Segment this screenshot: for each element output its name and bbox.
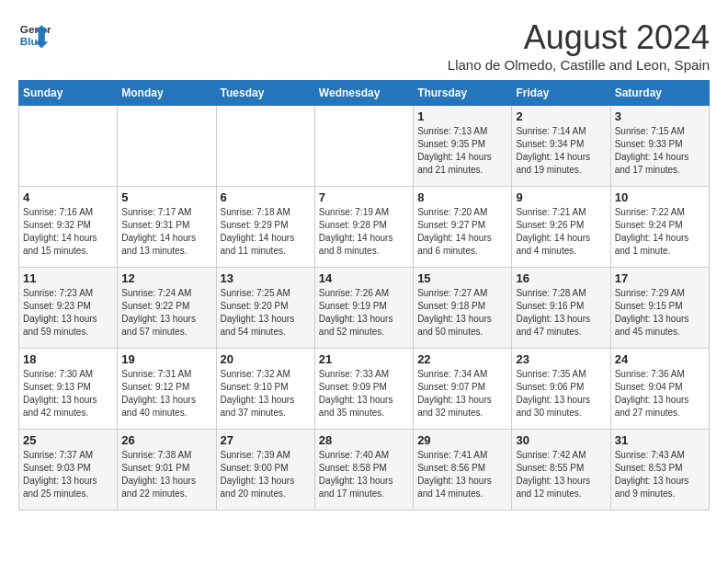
- day-number: 29: [417, 433, 507, 447]
- day-number: 13: [221, 271, 311, 285]
- header: General Blue August 2024 Llano de Olmedo…: [18, 18, 710, 73]
- calendar-week-4: 18Sunrise: 7:30 AM Sunset: 9:13 PM Dayli…: [19, 349, 710, 430]
- day-info: Sunrise: 7:17 AM Sunset: 9:31 PM Dayligh…: [121, 206, 211, 258]
- day-header-tuesday: Tuesday: [216, 81, 314, 106]
- day-number: 2: [516, 109, 606, 123]
- day-number: 16: [516, 271, 606, 285]
- days-header-row: SundayMondayTuesdayWednesdayThursdayFrid…: [19, 81, 710, 106]
- day-number: 9: [516, 190, 606, 204]
- day-info: Sunrise: 7:31 AM Sunset: 9:12 PM Dayligh…: [121, 368, 211, 419]
- day-number: 30: [516, 433, 606, 447]
- day-info: Sunrise: 7:30 AM Sunset: 9:13 PM Dayligh…: [23, 368, 113, 419]
- day-info: Sunrise: 7:26 AM Sunset: 9:19 PM Dayligh…: [319, 287, 409, 339]
- calendar-cell: [118, 106, 216, 187]
- day-number: 4: [23, 190, 113, 204]
- calendar-cell: 17Sunrise: 7:29 AM Sunset: 9:15 PM Dayli…: [610, 268, 709, 349]
- day-number: 10: [615, 190, 705, 204]
- day-number: 7: [319, 190, 409, 204]
- day-number: 26: [121, 433, 211, 447]
- day-header-saturday: Saturday: [610, 81, 709, 106]
- day-info: Sunrise: 7:37 AM Sunset: 9:03 PM Dayligh…: [23, 449, 113, 500]
- day-header-thursday: Thursday: [414, 81, 512, 106]
- day-number: 25: [23, 433, 113, 447]
- day-header-sunday: Sunday: [19, 81, 118, 106]
- svg-text:General: General: [20, 23, 51, 35]
- day-info: Sunrise: 7:20 AM Sunset: 9:27 PM Dayligh…: [417, 206, 507, 258]
- day-number: 20: [221, 352, 311, 366]
- calendar-week-5: 25Sunrise: 7:37 AM Sunset: 9:03 PM Dayli…: [19, 430, 710, 511]
- day-info: Sunrise: 7:28 AM Sunset: 9:16 PM Dayligh…: [516, 287, 606, 339]
- calendar-cell: [19, 106, 118, 187]
- calendar-cell: 1Sunrise: 7:13 AM Sunset: 9:35 PM Daylig…: [414, 106, 512, 187]
- day-info: Sunrise: 7:18 AM Sunset: 9:29 PM Dayligh…: [221, 206, 311, 258]
- calendar-cell: 3Sunrise: 7:15 AM Sunset: 9:33 PM Daylig…: [610, 106, 709, 187]
- location-subtitle: Llano de Olmedo, Castille and Leon, Spai…: [448, 57, 710, 73]
- calendar-cell: 25Sunrise: 7:37 AM Sunset: 9:03 PM Dayli…: [19, 430, 118, 511]
- day-info: Sunrise: 7:35 AM Sunset: 9:06 PM Dayligh…: [516, 368, 606, 419]
- day-info: Sunrise: 7:25 AM Sunset: 9:20 PM Dayligh…: [221, 287, 311, 339]
- day-number: 24: [615, 352, 705, 366]
- calendar-cell: 21Sunrise: 7:33 AM Sunset: 9:09 PM Dayli…: [314, 349, 413, 430]
- day-number: 15: [417, 271, 507, 285]
- day-info: Sunrise: 7:21 AM Sunset: 9:26 PM Dayligh…: [516, 206, 606, 258]
- day-info: Sunrise: 7:22 AM Sunset: 9:24 PM Dayligh…: [615, 206, 705, 258]
- logo: General Blue: [18, 18, 51, 52]
- day-header-monday: Monday: [118, 81, 216, 106]
- calendar-cell: 29Sunrise: 7:41 AM Sunset: 8:56 PM Dayli…: [414, 430, 512, 511]
- day-info: Sunrise: 7:33 AM Sunset: 9:09 PM Dayligh…: [319, 368, 409, 419]
- day-number: 12: [121, 271, 211, 285]
- calendar-cell: [314, 106, 413, 187]
- day-info: Sunrise: 7:15 AM Sunset: 9:33 PM Dayligh…: [615, 125, 705, 177]
- day-info: Sunrise: 7:32 AM Sunset: 9:10 PM Dayligh…: [221, 368, 311, 419]
- calendar-cell: 16Sunrise: 7:28 AM Sunset: 9:16 PM Dayli…: [512, 268, 610, 349]
- day-number: 5: [121, 190, 211, 204]
- day-number: 17: [615, 271, 705, 285]
- day-info: Sunrise: 7:40 AM Sunset: 8:58 PM Dayligh…: [319, 449, 409, 500]
- calendar-cell: 27Sunrise: 7:39 AM Sunset: 9:00 PM Dayli…: [216, 430, 314, 511]
- calendar-cell: 30Sunrise: 7:42 AM Sunset: 8:55 PM Dayli…: [512, 430, 610, 511]
- calendar-cell: 26Sunrise: 7:38 AM Sunset: 9:01 PM Dayli…: [118, 430, 216, 511]
- day-info: Sunrise: 7:41 AM Sunset: 8:56 PM Dayligh…: [417, 449, 507, 500]
- day-info: Sunrise: 7:14 AM Sunset: 9:34 PM Dayligh…: [516, 125, 606, 177]
- calendar-cell: 31Sunrise: 7:43 AM Sunset: 8:53 PM Dayli…: [610, 430, 709, 511]
- calendar-week-2: 4Sunrise: 7:16 AM Sunset: 9:32 PM Daylig…: [19, 187, 710, 268]
- day-number: 18: [23, 352, 113, 366]
- day-info: Sunrise: 7:42 AM Sunset: 8:55 PM Dayligh…: [516, 449, 606, 500]
- day-number: 11: [23, 271, 113, 285]
- day-info: Sunrise: 7:23 AM Sunset: 9:23 PM Dayligh…: [23, 287, 113, 339]
- day-number: 31: [615, 433, 705, 447]
- calendar-cell: 11Sunrise: 7:23 AM Sunset: 9:23 PM Dayli…: [19, 268, 118, 349]
- calendar-cell: 8Sunrise: 7:20 AM Sunset: 9:27 PM Daylig…: [414, 187, 512, 268]
- calendar-cell: 12Sunrise: 7:24 AM Sunset: 9:22 PM Dayli…: [118, 268, 216, 349]
- calendar-cell: 6Sunrise: 7:18 AM Sunset: 9:29 PM Daylig…: [216, 187, 314, 268]
- day-number: 22: [417, 352, 507, 366]
- day-number: 19: [121, 352, 211, 366]
- calendar-cell: 22Sunrise: 7:34 AM Sunset: 9:07 PM Dayli…: [414, 349, 512, 430]
- month-year-title: August 2024: [448, 18, 710, 57]
- calendar-cell: 19Sunrise: 7:31 AM Sunset: 9:12 PM Dayli…: [118, 349, 216, 430]
- calendar-cell: 20Sunrise: 7:32 AM Sunset: 9:10 PM Dayli…: [216, 349, 314, 430]
- day-info: Sunrise: 7:29 AM Sunset: 9:15 PM Dayligh…: [615, 287, 705, 339]
- day-number: 28: [319, 433, 409, 447]
- calendar-week-3: 11Sunrise: 7:23 AM Sunset: 9:23 PM Dayli…: [19, 268, 710, 349]
- calendar-cell: 2Sunrise: 7:14 AM Sunset: 9:34 PM Daylig…: [512, 106, 610, 187]
- day-number: 1: [417, 109, 507, 123]
- day-info: Sunrise: 7:19 AM Sunset: 9:28 PM Dayligh…: [319, 206, 409, 258]
- day-info: Sunrise: 7:39 AM Sunset: 9:00 PM Dayligh…: [221, 449, 311, 500]
- day-header-wednesday: Wednesday: [314, 81, 413, 106]
- day-number: 6: [221, 190, 311, 204]
- day-info: Sunrise: 7:34 AM Sunset: 9:07 PM Dayligh…: [417, 368, 507, 419]
- calendar-cell: 5Sunrise: 7:17 AM Sunset: 9:31 PM Daylig…: [118, 187, 216, 268]
- day-number: 3: [615, 109, 705, 123]
- calendar-table: SundayMondayTuesdayWednesdayThursdayFrid…: [18, 80, 710, 511]
- day-info: Sunrise: 7:36 AM Sunset: 9:04 PM Dayligh…: [615, 368, 705, 419]
- title-block: August 2024 Llano de Olmedo, Castille an…: [448, 18, 710, 73]
- day-number: 21: [319, 352, 409, 366]
- calendar-cell: 10Sunrise: 7:22 AM Sunset: 9:24 PM Dayli…: [610, 187, 709, 268]
- day-info: Sunrise: 7:13 AM Sunset: 9:35 PM Dayligh…: [417, 125, 507, 177]
- calendar-cell: 13Sunrise: 7:25 AM Sunset: 9:20 PM Dayli…: [216, 268, 314, 349]
- day-number: 23: [516, 352, 606, 366]
- calendar-cell: 15Sunrise: 7:27 AM Sunset: 9:18 PM Dayli…: [414, 268, 512, 349]
- calendar-cell: 28Sunrise: 7:40 AM Sunset: 8:58 PM Dayli…: [314, 430, 413, 511]
- day-header-friday: Friday: [512, 81, 610, 106]
